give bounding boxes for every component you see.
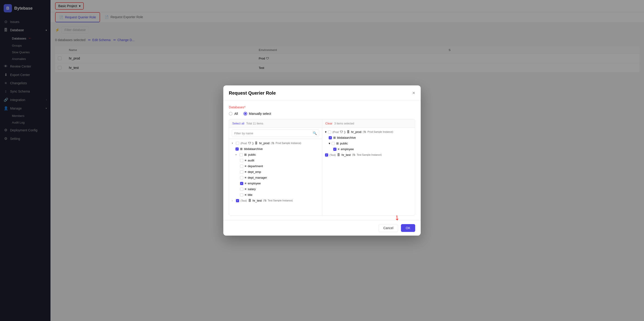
tree-checkbox[interactable]	[240, 165, 243, 168]
tree-checkbox-checked[interactable]: ✓	[236, 147, 239, 151]
tree-item-hr-test[interactable]: › ✓ (Test) 🗄 hr_test (🐘 Test Sample Inst…	[229, 198, 322, 203]
item-name: hr_test	[342, 153, 351, 157]
tree-item-salary[interactable]: ≡ salary	[229, 186, 322, 192]
radio-manually[interactable]: Manually select	[244, 112, 271, 116]
tree-item-employee[interactable]: ✓ ≡ employee	[229, 180, 322, 186]
tree-item-dept-emp[interactable]: ≡ dept_emp	[229, 169, 322, 175]
clear-button[interactable]: Clear	[326, 122, 332, 125]
tree-checkbox[interactable]	[240, 153, 243, 156]
chevron-down-icon: ▾	[232, 142, 234, 144]
tree-checkbox[interactable]	[240, 159, 243, 162]
shield-icon: 🛡	[340, 130, 343, 134]
table-icon: ≡	[245, 159, 246, 162]
radio-group: All Manually select	[229, 112, 415, 116]
search-box: Filter by name 🔍	[229, 128, 322, 139]
shield-icon: 🛡	[248, 141, 251, 145]
table-icon: ≡	[245, 193, 246, 197]
search-icon: 🔍	[313, 131, 317, 135]
db-icon: 🗄	[337, 153, 340, 157]
schema-icon: ⊞	[336, 142, 339, 145]
rp-checkbox[interactable]	[328, 130, 331, 134]
table-icon: ≡	[245, 182, 246, 185]
item-name: salary	[248, 187, 256, 191]
db-icon: 🗄	[347, 130, 350, 134]
modal-header: Request Querier Role ×	[223, 85, 421, 101]
tree-checkbox[interactable]	[240, 193, 243, 197]
item-env: (Test)	[240, 199, 247, 202]
cancel-button[interactable]: Cancel	[378, 224, 398, 232]
chevron-right-icon: ›	[232, 199, 234, 202]
item-instance: (🐘 Prod Sample Instance)	[363, 130, 394, 133]
pane-right: Clear 3 items selected ▾ (Prod 🛡 ) 🗄 hr	[322, 119, 415, 215]
item-name: bbdataarchive	[244, 147, 263, 151]
table-icon: ⊞	[240, 147, 242, 151]
radio-all-label: All	[234, 112, 238, 116]
chevron-down-icon: ▾	[329, 142, 330, 145]
rp-item-bbdataarchive[interactable]: ✓ ⊞ bbdataarchive	[322, 135, 415, 141]
tree-checkbox-checked[interactable]: ✓	[240, 182, 243, 185]
item-name: hr_prod	[351, 130, 362, 134]
rp-checkbox[interactable]	[332, 142, 335, 145]
tree-item-audit[interactable]: ≡ audit	[229, 158, 322, 163]
rp-checkbox-checked[interactable]: ✓	[333, 148, 336, 151]
modal-title: Request Querier Role	[229, 91, 276, 96]
tree-item-bbdataarchive[interactable]: ✓ ⊞ bbdataarchive	[229, 146, 322, 152]
rp-item-public[interactable]: ▾ ⊞ public	[322, 141, 415, 146]
tree-checkbox[interactable]	[240, 176, 243, 179]
rp-item-hr-prod[interactable]: ▾ (Prod 🛡 ) 🗄 hr_prod (🐘 Prod Sample Ins…	[322, 129, 415, 135]
modal-close-button[interactable]: ×	[412, 90, 415, 96]
item-name: public	[248, 153, 256, 156]
rp-checkbox-checked[interactable]: ✓	[329, 136, 332, 139]
item-instance: (🐘 Test Sample Instance)	[352, 153, 382, 156]
tree-checkbox[interactable]	[236, 142, 239, 145]
tree-item-hr-prod[interactable]: ▾ (Prod 🛡 ) 🗄 hr_prod (🐘 Prod Sample Ins…	[229, 140, 322, 146]
radio-circle-manually	[244, 112, 247, 116]
ok-button[interactable]: OK	[401, 224, 415, 232]
filter-by-name-input[interactable]: Filter by name 🔍	[232, 130, 319, 137]
db-icon: 🗄	[255, 141, 258, 145]
item-name: title	[248, 193, 252, 197]
pane-left-content: ▾ (Prod 🛡 ) 🗄 hr_prod (🐘 Prod Sample Ins…	[229, 139, 322, 215]
select-all-button[interactable]: Select all	[232, 122, 244, 125]
modal-body: Databases* All Manually select Select al…	[223, 101, 421, 220]
table-icon: ≡	[245, 176, 246, 179]
total-count-label: Total 11 items	[246, 122, 263, 125]
item-name: dept_manager	[248, 176, 267, 179]
databases-field-label: Databases*	[229, 105, 415, 109]
filter-placeholder: Filter by name	[234, 132, 253, 135]
tree-item-title[interactable]: ≡ title	[229, 192, 322, 198]
tree-item-dept-manager[interactable]: ≡ dept_manager	[229, 175, 322, 180]
chevron-down-icon: ▾	[236, 153, 238, 156]
item-name: hr_prod	[259, 141, 270, 145]
item-name: bbdataarchive	[337, 136, 356, 139]
rp-checkbox-checked[interactable]: ✓	[325, 153, 328, 157]
pane-right-header: Clear 3 items selected	[322, 119, 415, 128]
item-name: employee	[341, 147, 354, 151]
table-icon: ≡	[338, 147, 340, 151]
field-label-text: Databases	[229, 105, 244, 109]
table-icon: ≡	[245, 164, 246, 168]
pane-left: Select all Total 11 items Filter by name…	[229, 119, 322, 215]
item-name: dept_emp	[248, 170, 261, 174]
rp-item-hr-test[interactable]: ✓ (Test) 🗄 hr_test (🐘 Test Sample Instan…	[322, 152, 415, 158]
tree-checkbox[interactable]	[240, 170, 243, 174]
radio-all[interactable]: All	[229, 112, 238, 116]
item-env: (Test)	[330, 154, 336, 156]
tree-checkbox-checked[interactable]: ✓	[236, 199, 239, 202]
rp-item-employee[interactable]: ✓ ≡ employee	[322, 146, 415, 152]
table-icon: ≡	[245, 187, 246, 191]
radio-manually-label: Manually select	[249, 112, 271, 116]
item-env: (Prod	[332, 131, 339, 133]
table-icon: ⊞	[333, 136, 336, 139]
tree-checkbox[interactable]	[240, 188, 243, 191]
table-icon: ≡	[245, 170, 246, 174]
item-env: (Prod	[240, 142, 247, 145]
pane-right-content: ▾ (Prod 🛡 ) 🗄 hr_prod (🐘 Prod Sample Ins…	[322, 128, 415, 215]
schema-icon: ⊞	[244, 153, 247, 156]
tree-item-public[interactable]: ▾ ⊞ public	[229, 152, 322, 158]
item-name: public	[340, 142, 348, 145]
modal: Request Querier Role × Databases* All Ma…	[223, 85, 421, 236]
split-pane: Select all Total 11 items Filter by name…	[229, 119, 415, 216]
item-name: audit	[248, 159, 254, 162]
tree-item-department[interactable]: ≡ department	[229, 163, 322, 169]
